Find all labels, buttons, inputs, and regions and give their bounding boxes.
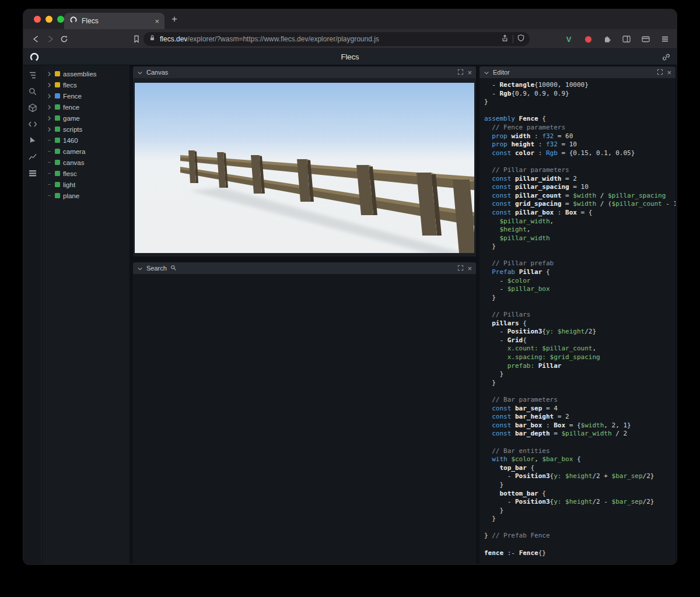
- bookmark-icon[interactable]: [130, 32, 144, 46]
- back-button[interactable]: [29, 32, 43, 46]
- panel-title: Editor: [493, 69, 510, 76]
- new-tab-button[interactable]: +: [172, 13, 177, 24]
- tree-item-flecs[interactable]: flecs: [43, 79, 130, 90]
- code-line: // Bar parameters: [484, 396, 676, 405]
- forward-button[interactable]: [43, 32, 57, 46]
- code-line: - Rectangle{10000, 10000}: [484, 81, 676, 90]
- tree-item-label: Fence: [63, 93, 82, 100]
- share-link-icon[interactable]: [662, 52, 671, 64]
- code-line: - $pillar_box: [484, 285, 676, 294]
- share-icon[interactable]: [501, 34, 509, 45]
- brave-shield-icon[interactable]: [517, 34, 525, 45]
- minimize-window-button[interactable]: [46, 16, 52, 23]
- wallet-icon[interactable]: [640, 33, 652, 45]
- tree-item-assemblies[interactable]: assemblies: [43, 68, 130, 79]
- code-line: // Pillars: [484, 311, 676, 319]
- code-line: // Bar entities: [484, 447, 676, 456]
- close-panel-icon[interactable]: ×: [667, 69, 671, 76]
- chevron-right-icon[interactable]: [47, 71, 52, 77]
- code-line: assembly Fence {: [484, 115, 676, 124]
- editor-panel-header[interactable]: Editor ×: [480, 66, 676, 78]
- tree-item-scripts[interactable]: scripts: [43, 124, 130, 135]
- code-line: } // Prefab Fence: [484, 532, 676, 540]
- tree-item-label: fence: [63, 104, 79, 111]
- search-panel: Search ×: [133, 262, 476, 564]
- code-line: const grid_spacing = $width / ($pillar_c…: [484, 200, 676, 209]
- tree-item-game[interactable]: game: [43, 113, 130, 124]
- entity-square-icon: [55, 115, 60, 121]
- search-results-area[interactable]: [133, 274, 476, 564]
- close-panel-icon[interactable]: ×: [467, 265, 472, 272]
- browser-window: Flecs × + flecs.dev/explore: [23, 9, 677, 564]
- stats-icon[interactable]: [27, 152, 38, 162]
- expand-panel-icon[interactable]: [457, 263, 464, 273]
- extension-record-icon[interactable]: [582, 33, 594, 45]
- browser-tab[interactable]: Flecs ×: [64, 13, 164, 29]
- canvas-panel-header[interactable]: Canvas ×: [133, 66, 476, 78]
- module-square-icon: [55, 71, 60, 76]
- expand-panel-icon[interactable]: [457, 67, 464, 78]
- editor-code[interactable]: - Rectangle{10000, 10000} - Rgb{0.9, 0.9…: [480, 78, 676, 564]
- url-bar[interactable]: flecs.dev/explorer/?wasm=https://www.fle…: [144, 32, 530, 46]
- code-line: [484, 438, 676, 447]
- chevron-right-icon[interactable]: [47, 93, 52, 99]
- inspect-icon[interactable]: [27, 135, 38, 146]
- close-panel-icon[interactable]: ×: [467, 69, 472, 76]
- code-line: - Position3{y: $height/2}: [484, 328, 676, 336]
- chevron-down-icon[interactable]: [137, 263, 143, 273]
- chevron-right-icon[interactable]: [47, 115, 52, 121]
- code-line: }: [484, 370, 676, 379]
- tree-item-label: canvas: [63, 159, 84, 166]
- code-line: Prefab Pillar {: [484, 268, 676, 277]
- search-panel-header[interactable]: Search ×: [133, 262, 476, 274]
- tab-close-icon[interactable]: ×: [155, 17, 159, 25]
- expand-panel-icon[interactable]: [657, 67, 663, 78]
- tree-item-fence[interactable]: fence: [43, 101, 130, 113]
- tree-item-1460[interactable]: 1460: [43, 135, 130, 146]
- search-icon[interactable]: [27, 86, 38, 97]
- entities-icon[interactable]: [27, 103, 38, 113]
- chevron-right-icon[interactable]: [47, 104, 52, 110]
- code-line: prop height : f32 = 10: [484, 141, 676, 149]
- tree-item-Fence[interactable]: Fence: [43, 90, 130, 101]
- code-line: with $color, $bar_box {: [484, 455, 676, 464]
- tree-item-label: flesc: [63, 170, 77, 177]
- chevron-down-icon[interactable]: [137, 67, 143, 78]
- chevron-right-icon[interactable]: [47, 82, 52, 88]
- chevron-down-icon[interactable]: [484, 67, 489, 78]
- sidebar-toggle-icon[interactable]: [621, 33, 632, 45]
- tree-item-camera[interactable]: camera: [43, 146, 130, 157]
- window-controls: [34, 16, 64, 23]
- reload-button[interactable]: [57, 32, 71, 46]
- tree-leaf-dash: [47, 195, 52, 196]
- code-line: x.spacing: $grid_spacing: [484, 353, 676, 362]
- list-icon[interactable]: [27, 168, 38, 178]
- tree-item-plane[interactable]: plane: [43, 190, 130, 201]
- app-title: Flecs: [341, 52, 359, 61]
- canvas-panel: Canvas ×: [133, 66, 476, 257]
- extension-vue-icon[interactable]: V: [563, 33, 575, 45]
- panel-title: Canvas: [146, 69, 168, 76]
- tree-item-flesc[interactable]: flesc: [43, 168, 130, 179]
- editor-panel: Editor × - Rectangle{10000, 10000} - Rgb…: [480, 66, 676, 564]
- code-line: const pillar_count = $width / $pillar_sp…: [484, 192, 676, 201]
- code-line: }: [484, 481, 676, 490]
- code-line: const bar_height = 2: [484, 413, 676, 422]
- code-line: prefab: Pillar: [484, 362, 676, 371]
- menu-icon[interactable]: [659, 33, 671, 45]
- lock-icon: [148, 34, 156, 44]
- chevron-right-icon[interactable]: [47, 127, 52, 132]
- tree-item-canvas[interactable]: canvas: [43, 157, 130, 168]
- tree-icon[interactable]: [27, 70, 38, 80]
- tree-leaf-dash: [47, 184, 52, 185]
- extensions-puzzle-icon[interactable]: [601, 33, 613, 45]
- code-line: [484, 524, 676, 532]
- entity-square-icon: [55, 160, 60, 165]
- close-window-button[interactable]: [34, 16, 41, 23]
- tree-item-light[interactable]: light: [43, 179, 130, 190]
- code-line: - $color: [484, 277, 676, 286]
- code-icon[interactable]: [27, 119, 38, 129]
- zoom-window-button[interactable]: [57, 16, 64, 23]
- code-line: const bar_sep = 4: [484, 405, 676, 413]
- canvas-3d-view[interactable]: [135, 83, 474, 253]
